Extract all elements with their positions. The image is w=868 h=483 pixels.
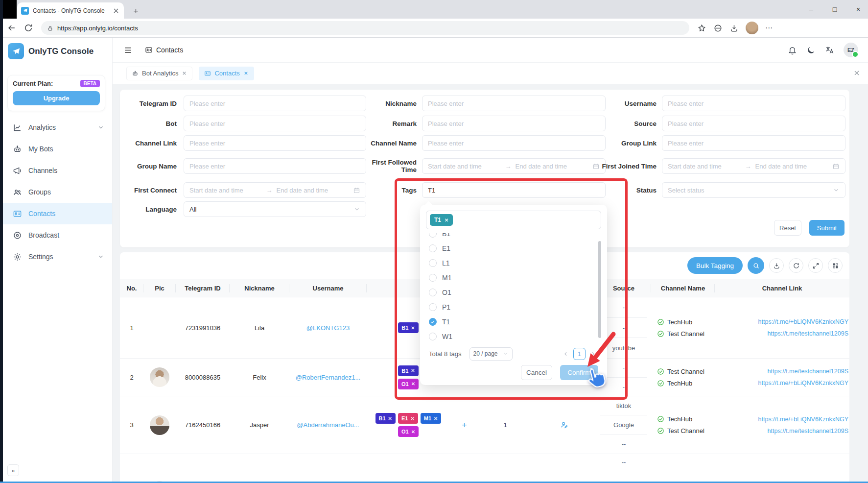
- browser-tab[interactable]: Contacts - OnlyTG Console: [17, 2, 124, 19]
- sidebar-item-settings[interactable]: Settings: [0, 246, 112, 267]
- reset-button[interactable]: Reset: [774, 220, 801, 236]
- tag-chip-m1[interactable]: M1✕: [421, 413, 442, 424]
- telegram-id-input-field[interactable]: [189, 100, 360, 107]
- source-input[interactable]: [662, 116, 845, 131]
- source-input-field[interactable]: [668, 120, 840, 127]
- telegram-id-input[interactable]: [184, 96, 366, 111]
- group-name-input[interactable]: [184, 158, 366, 174]
- page-number[interactable]: 1: [573, 348, 586, 360]
- user-edit-icon[interactable]: [560, 421, 568, 429]
- tag-chip-b1[interactable]: B1✕: [375, 413, 396, 424]
- sidebar-collapse-button[interactable]: «: [7, 464, 19, 476]
- confirm-button[interactable]: Confirm: [560, 365, 598, 380]
- nickname-input[interactable]: [422, 96, 606, 111]
- remove-tag-icon[interactable]: ✕: [411, 368, 415, 373]
- cancel-button[interactable]: Cancel: [521, 365, 552, 380]
- sidebar-item-analytics[interactable]: Analytics: [0, 117, 112, 138]
- sidebar-item-groups[interactable]: Groups: [0, 181, 112, 203]
- channel-link[interactable]: https://t.me/+bLiQNV6KznkxNGY: [715, 377, 849, 389]
- translate-icon[interactable]: [825, 46, 834, 55]
- tag-option-w1[interactable]: W1: [420, 329, 607, 344]
- username-link[interactable]: @RobertFernandez1...: [296, 374, 360, 381]
- refresh-icon[interactable]: [789, 258, 803, 273]
- remark-input-field[interactable]: [428, 120, 600, 127]
- tag-option-l1[interactable]: L1: [420, 256, 607, 270]
- tag-option-p1[interactable]: P1: [420, 300, 607, 314]
- maximize-button[interactable]: □: [830, 5, 840, 13]
- tag-option-m1[interactable]: M1: [420, 270, 607, 285]
- bulk-tagging-button[interactable]: Bulk Tagging: [687, 257, 743, 274]
- upgrade-button[interactable]: Upgrade: [13, 91, 100, 105]
- first-followed-time-daterange[interactable]: Start date and time→End date and time: [422, 158, 606, 174]
- close-icon[interactable]: [182, 71, 187, 76]
- export-download-icon[interactable]: [769, 258, 784, 273]
- channel-link[interactable]: https://t.me/testchannel1209S: [715, 425, 849, 437]
- back-icon[interactable]: [7, 23, 17, 33]
- checkbox-icon[interactable]: [429, 233, 437, 238]
- tag-option-t1[interactable]: T1: [420, 314, 607, 329]
- search-icon[interactable]: [748, 257, 764, 274]
- remove-tag-icon[interactable]: ✕: [411, 325, 415, 331]
- add-tag-plus-icon[interactable]: [461, 421, 468, 429]
- nickname-input-field[interactable]: [428, 100, 600, 107]
- minimize-button[interactable]: –: [806, 5, 816, 13]
- hamburger-icon[interactable]: [123, 46, 133, 55]
- channel-name-input[interactable]: [422, 135, 606, 151]
- sidebar-item-contacts[interactable]: Contacts: [0, 203, 112, 224]
- window-close-button[interactable]: ×: [853, 5, 863, 13]
- tab-contacts[interactable]: Contacts: [199, 67, 254, 80]
- tag-chip-o1[interactable]: O1✕: [398, 379, 419, 389]
- username-link[interactable]: @AbderrahmaneOu...: [297, 421, 359, 429]
- bookmark-star-icon[interactable]: [697, 24, 706, 33]
- browser-menu-icon[interactable]: ⋯: [765, 24, 773, 32]
- remark-input[interactable]: [422, 116, 606, 131]
- group-link-input[interactable]: [662, 135, 845, 151]
- username-input[interactable]: [662, 96, 845, 111]
- tags-multiselect-input[interactable]: T1 ✕: [426, 211, 601, 229]
- remove-tag-icon[interactable]: ✕: [411, 429, 415, 435]
- first-joined-time-daterange[interactable]: Start date and time→End date and time: [662, 158, 845, 174]
- browser-profile-avatar[interactable]: [746, 22, 758, 34]
- checkbox-icon[interactable]: [429, 303, 437, 311]
- sidebar-item-channels[interactable]: Channels: [0, 160, 112, 181]
- channel-link-input[interactable]: [184, 135, 366, 151]
- channel-link[interactable]: https://t.me/testchannel1209S: [715, 365, 849, 377]
- status-select[interactable]: Select status: [662, 182, 845, 198]
- channel-link[interactable]: https://t.me/+bLiQNV6KznkxNGY: [715, 316, 849, 328]
- group-name-input-field[interactable]: [189, 163, 360, 170]
- tab-close-icon[interactable]: [112, 7, 120, 15]
- tag-chip-b1[interactable]: B1✕: [398, 322, 418, 333]
- user-avatar[interactable]: EZ: [844, 43, 858, 57]
- bot-input[interactable]: [184, 116, 366, 131]
- remove-tag-icon[interactable]: ✕: [410, 416, 414, 421]
- channel-name-input-field[interactable]: [428, 140, 600, 147]
- fullscreen-icon[interactable]: [808, 258, 823, 273]
- dark-mode-moon-icon[interactable]: [806, 46, 816, 55]
- next-page-icon[interactable]: [590, 351, 596, 357]
- prev-page-icon[interactable]: [563, 351, 569, 357]
- checkbox-icon[interactable]: [429, 244, 437, 252]
- tag-chip-o1[interactable]: O1✕: [398, 426, 419, 437]
- tab-bot-analytics[interactable]: Bot Analytics: [126, 67, 192, 80]
- checkbox-icon[interactable]: [429, 289, 437, 296]
- tag-chip-e1[interactable]: E1✕: [398, 413, 418, 424]
- tag-option-e1[interactable]: E1: [420, 241, 607, 256]
- channel-link-input-field[interactable]: [189, 140, 360, 147]
- username-link[interactable]: @LKONTG123: [306, 324, 350, 332]
- first-connect-daterange[interactable]: Start date and time→End date and time: [184, 182, 366, 198]
- popup-scrollbar[interactable]: [598, 241, 601, 338]
- username-input-field[interactable]: [668, 100, 840, 107]
- tags-input-field[interactable]: [428, 187, 600, 194]
- checkbox-icon[interactable]: [429, 274, 437, 282]
- remove-tag-icon[interactable]: ✕: [445, 217, 448, 223]
- remove-tag-icon[interactable]: ✕: [388, 416, 392, 421]
- remove-tag-icon[interactable]: ✕: [434, 416, 438, 421]
- submit-button[interactable]: Submit: [809, 220, 845, 236]
- close-all-icon[interactable]: [853, 69, 861, 77]
- selected-tag-chip[interactable]: T1 ✕: [430, 214, 453, 226]
- checkbox-icon[interactable]: [429, 333, 437, 340]
- bell-icon[interactable]: [788, 46, 797, 55]
- tags-input[interactable]: [422, 182, 606, 198]
- language-select[interactable]: All: [184, 201, 366, 217]
- bot-input-field[interactable]: [189, 120, 360, 127]
